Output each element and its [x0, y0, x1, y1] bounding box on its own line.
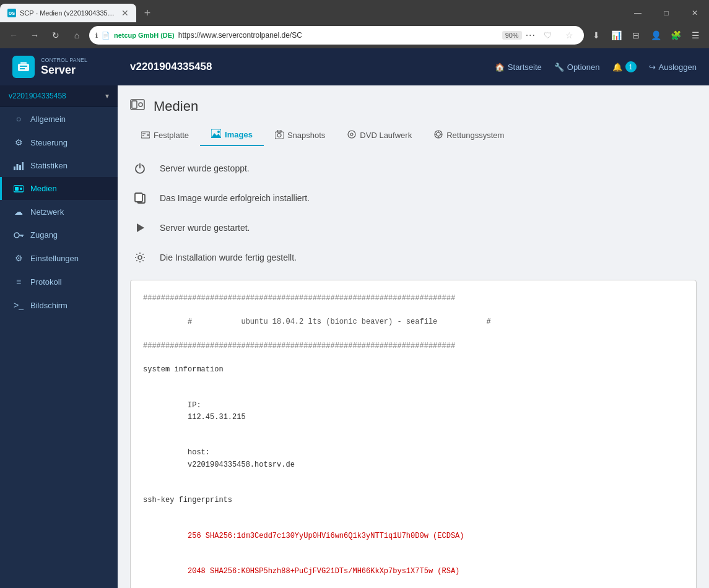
- sidebar-item-steuerung[interactable]: ⚙ Steuerung: [0, 131, 118, 154]
- console-ip: IP: 112.45.31.215: [143, 388, 684, 436]
- security-label: netcup GmbH (DE): [114, 32, 175, 39]
- cog-icon: [130, 248, 150, 267]
- split-view-icon[interactable]: ⊟: [627, 27, 645, 44]
- optionen-link[interactable]: 🔧 Optionen: [554, 63, 600, 72]
- svg-rect-18: [141, 132, 150, 138]
- dvd-label: DVD Laufwerk: [360, 131, 412, 140]
- sidebar-label-statistiken: Statistiken: [30, 161, 67, 170]
- console-blank1: [143, 352, 684, 364]
- ausloggen-link[interactable]: ↪ Ausloggen: [649, 63, 697, 72]
- console-blank2: [143, 376, 684, 387]
- chevron-down-icon: ▾: [105, 92, 109, 100]
- new-tab-button[interactable]: +: [139, 4, 156, 22]
- wrench-icon: 🔧: [554, 63, 564, 72]
- info-icon: ℹ: [95, 32, 98, 40]
- notification-link[interactable]: 🔔 1: [612, 61, 637, 72]
- status-install-text: Die Installation wurde fertig gestellt.: [160, 253, 297, 262]
- profile-icon[interactable]: 👤: [647, 27, 664, 44]
- sidebar-item-zugang[interactable]: Zugang: [0, 223, 118, 246]
- console-hash-top: ########################################…: [143, 293, 684, 305]
- list-icon: ≡: [13, 277, 24, 287]
- svg-point-24: [217, 131, 220, 133]
- sidebar-label-medien: Medien: [30, 184, 57, 193]
- shield-icon[interactable]: 🛡: [539, 27, 557, 44]
- page-header: Medien: [130, 98, 697, 115]
- server-name-header: v2201904335458: [124, 61, 495, 73]
- address-bar[interactable]: ℹ 📄 netcup GmbH (DE) https://www.serverc…: [89, 26, 584, 45]
- rettungssystem-label: Rettungssystem: [446, 131, 504, 140]
- status-started: Server wurde gestartet.: [130, 218, 697, 238]
- tab-rettungssystem[interactable]: Rettungssystem: [423, 124, 515, 146]
- refresh-button[interactable]: ↻: [47, 27, 64, 44]
- disk-icon: [13, 184, 24, 193]
- sidebar-item-netzwerk[interactable]: ☁ Netzwerk: [0, 200, 118, 223]
- tab-snapshots[interactable]: Snapshots: [264, 124, 336, 146]
- toolbar-icons: ⬇ 📊 ⊟ 👤 🧩 ☰: [588, 27, 704, 44]
- svg-point-31: [437, 132, 440, 136]
- sidebar-label-allgemein: Allgemein: [30, 115, 66, 124]
- close-window-button[interactable]: ✕: [681, 2, 709, 24]
- gear-icon: ⚙: [13, 137, 24, 147]
- server-select[interactable]: v2201904335458 ▾: [0, 85, 118, 107]
- status-install-done: Die Installation wurde fertig gestellt.: [130, 248, 697, 267]
- svg-rect-38: [135, 193, 142, 202]
- tab-images[interactable]: Images: [200, 124, 264, 146]
- status-stopped-text: Server wurde gestoppt.: [160, 163, 250, 173]
- status-list: Server wurde gestoppt. Das Image wurde e…: [130, 158, 697, 267]
- sidebar-label-protokoll: Protokoll: [30, 277, 62, 287]
- sidebar-item-protokoll[interactable]: ≡ Protokoll: [0, 270, 118, 293]
- forward-button[interactable]: →: [26, 27, 43, 44]
- bookmark-icon[interactable]: ☆: [560, 27, 578, 44]
- page-title: Medien: [154, 98, 198, 115]
- tab-title: SCP - Medien (v2201904335458: [20, 9, 118, 17]
- copy-icon: [130, 188, 150, 208]
- dvd-icon: [347, 130, 356, 141]
- circle-icon: ○: [13, 114, 24, 124]
- tab-festplatte[interactable]: Festplatte: [130, 124, 200, 146]
- svg-point-40: [138, 256, 142, 259]
- images-label: Images: [225, 130, 253, 139]
- festplatte-label: Festplatte: [154, 131, 189, 140]
- power-icon: [130, 158, 150, 178]
- more-options[interactable]: ···: [526, 30, 536, 41]
- sidebar-item-statistiken[interactable]: Statistiken: [0, 154, 118, 177]
- svg-point-29: [350, 133, 353, 136]
- sidebar-label-zugang: Zugang: [30, 230, 58, 240]
- svg-rect-1: [20, 62, 27, 64]
- active-tab[interactable]: os SCP - Medien (v2201904335458 ✕: [0, 4, 136, 22]
- home-button[interactable]: ⌂: [68, 27, 85, 44]
- cloud-icon: ☁: [13, 207, 24, 217]
- svg-rect-0: [18, 64, 29, 71]
- back-button[interactable]: ←: [5, 27, 22, 44]
- sidebar-item-allgemein[interactable]: ○ Allgemein: [0, 107, 118, 131]
- maximize-button[interactable]: □: [652, 2, 681, 24]
- svg-marker-23: [211, 133, 221, 138]
- content-area: v2201904335458 ▾ ○ Allgemein ⚙ Steuerung: [0, 85, 709, 588]
- tab-dvd[interactable]: DVD Laufwerk: [336, 124, 423, 146]
- console-fp2: 2048 SHA256:K0HSP5hzh88+PuCjFVG21DTs/MH6…: [143, 554, 684, 588]
- sidebar-item-bildschirm[interactable]: >_ Bildschirm: [0, 293, 118, 317]
- download-icon[interactable]: ⬇: [588, 27, 605, 44]
- console-ssh-header: ssh-key fingerprints: [143, 495, 684, 506]
- snapshots-icon: [275, 130, 284, 141]
- bell-icon: 🔔: [612, 63, 622, 72]
- menu-icon[interactable]: ☰: [687, 27, 704, 44]
- svg-point-26: [277, 134, 281, 137]
- sidebar-item-einstellungen[interactable]: ⚙ Einstellungen: [0, 246, 118, 270]
- snapshots-label: Snapshots: [287, 131, 325, 140]
- collections-icon[interactable]: 📊: [607, 27, 625, 44]
- close-tab-button[interactable]: ✕: [121, 8, 129, 18]
- console-hash-bottom: ########################################…: [143, 340, 684, 352]
- svg-rect-5: [17, 164, 19, 170]
- startseite-link[interactable]: 🏠 Startseite: [495, 63, 542, 72]
- svg-rect-16: [132, 101, 137, 108]
- extensions-icon[interactable]: 🧩: [667, 27, 684, 44]
- server-select-label: v2201904335458: [9, 92, 66, 100]
- sidebar-label-einstellungen: Einstellungen: [30, 254, 79, 263]
- sidebar-label-bildschirm: Bildschirm: [30, 301, 67, 310]
- tab-favicon: os: [7, 9, 16, 17]
- sidebar-item-medien[interactable]: Medien: [0, 177, 118, 200]
- images-icon: [211, 129, 221, 140]
- window-controls: — □ ✕: [624, 2, 709, 24]
- minimize-button[interactable]: —: [624, 2, 652, 24]
